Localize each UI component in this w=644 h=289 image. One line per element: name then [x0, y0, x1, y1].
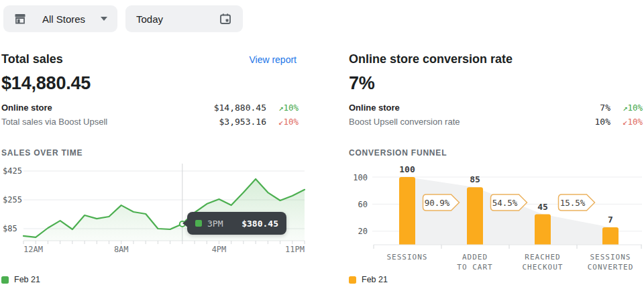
total-sales-title: Total sales — [1, 52, 63, 66]
conversion-header: Online store conversion rate — [349, 52, 644, 66]
metric-row-boost-upsell: Total sales via Boost Upsell $3,953.16 ↙… — [1, 117, 310, 131]
metric-row-online-store: Online store $14,880.45 ↗10% — [1, 103, 310, 117]
category-label: ADDED — [462, 253, 488, 262]
metric-value: $3,953.16 — [219, 117, 266, 127]
x-axis-label: 4PM — [212, 245, 227, 254]
bar-value-label: 85 — [470, 174, 480, 184]
total-sales-big-value: $14,880.45 — [1, 73, 310, 94]
conversion-badge-label: 15.5% — [560, 198, 586, 208]
store-selector-button[interactable]: All Stores — [3, 5, 117, 32]
metric-value: 7% — [600, 103, 610, 113]
y-axis-label: $85 — [3, 224, 17, 233]
dashboard: Total sales View report $14,880.45 Onlin… — [0, 38, 644, 284]
category-label: SESSIONS — [387, 253, 428, 262]
y-axis-label: $425 — [3, 166, 22, 176]
view-report-link[interactable]: View report — [249, 54, 297, 65]
total-sales-header: Total sales View report — [1, 52, 310, 66]
metric-change-up: ↗10% — [610, 103, 643, 113]
metric-label: Boost Upsell conversion rate — [349, 117, 460, 127]
store-selector-label: All Stores — [42, 13, 85, 25]
y-axis-label: $255 — [3, 195, 22, 205]
funnel-bar — [535, 215, 551, 245]
bar-value-label: 7 — [608, 215, 613, 225]
metric-label: Online store — [1, 103, 52, 113]
conversion-big-value: 7% — [349, 73, 644, 94]
metric-label: Total sales via Boost Upsell — [1, 117, 107, 127]
funnel-bar — [399, 177, 415, 245]
chart-tooltip: 3PM $380.45 — [187, 212, 286, 235]
category-label: CHECKOUT — [523, 263, 564, 272]
toolbar: All Stores Today — [0, 0, 644, 38]
x-axis-label: 11PM — [285, 245, 305, 254]
tooltip-time: 3PM — [207, 219, 223, 229]
conversion-badge-label: 90.9% — [425, 198, 450, 208]
metric-row-boost-upsell: Boost Upsell conversion rate 10% ↙10% — [349, 117, 644, 131]
chevron-down-icon — [101, 17, 107, 21]
total-sales-metrics: Online store $14,880.45 ↗10% Total sales… — [1, 103, 310, 131]
metric-label: Online store — [349, 103, 400, 113]
total-sales-card: Total sales View report $14,880.45 Onlin… — [1, 38, 310, 284]
legend-chip-orange — [349, 276, 356, 284]
date-selector-label: Today — [136, 13, 163, 25]
metric-value: $14,880.45 — [214, 103, 266, 113]
tooltip-series-chip — [195, 220, 202, 227]
sales-line-chart-svg: $85$255$42512AM8AM4PM11PM — [1, 162, 310, 256]
funnel-bar — [602, 227, 619, 245]
metric-change-down: ↙10% — [266, 117, 299, 127]
y-axis-label: 100 — [353, 173, 368, 182]
legend-label: Feb 21 — [14, 275, 40, 284]
conversion-rate-card: Online store conversion rate 7% Online s… — [349, 38, 644, 284]
storefront-icon — [13, 12, 27, 25]
x-axis-label: 12AM — [23, 245, 43, 254]
tooltip-value: $380.45 — [241, 219, 278, 229]
y-axis-label: 20 — [358, 227, 368, 236]
legend-label: Feb 21 — [362, 275, 388, 284]
funnel-legend: Feb 21 — [349, 275, 644, 284]
sales-over-time-title: SALES OVER TIME — [1, 148, 310, 158]
metric-change-down: ↙10% — [610, 117, 643, 127]
metric-row-online-store: Online store 7% ↗10% — [349, 103, 644, 117]
bar-value-label: 100 — [399, 164, 415, 174]
conversion-funnel-title: CONVERSION FUNNEL — [349, 148, 644, 158]
conversion-title: Online store conversion rate — [349, 52, 513, 66]
conversion-badge-label: 54.5% — [492, 198, 518, 208]
date-selector-button[interactable]: Today — [125, 5, 243, 32]
bar-value-label: 45 — [537, 202, 548, 212]
category-label: CONVERTED — [588, 263, 634, 272]
calendar-icon — [219, 12, 232, 25]
category-label: TO CART — [457, 263, 492, 272]
conversion-metrics: Online store 7% ↗10% Boost Upsell conver… — [349, 103, 644, 131]
funnel-bar — [467, 187, 483, 245]
y-axis-label: 60 — [358, 200, 368, 209]
conversion-funnel-svg: 10060201008545790.9%54.5%15.5%SESSIONSAD… — [349, 162, 644, 274]
metric-value: 10% — [595, 117, 610, 127]
conversion-funnel-chart[interactable]: 10060201008545790.9%54.5%15.5%SESSIONSAD… — [349, 162, 644, 274]
legend-chip-green — [1, 276, 9, 284]
category-label: REACHED — [525, 253, 560, 262]
sales-legend: Feb 21 — [1, 275, 310, 284]
x-axis-label: 8AM — [114, 245, 129, 254]
sales-line-chart[interactable]: $85$255$42512AM8AM4PM11PM 3PM $380.45 — [1, 162, 310, 256]
metric-change-up: ↗10% — [266, 103, 299, 113]
category-label: SESSIONS — [590, 253, 631, 262]
